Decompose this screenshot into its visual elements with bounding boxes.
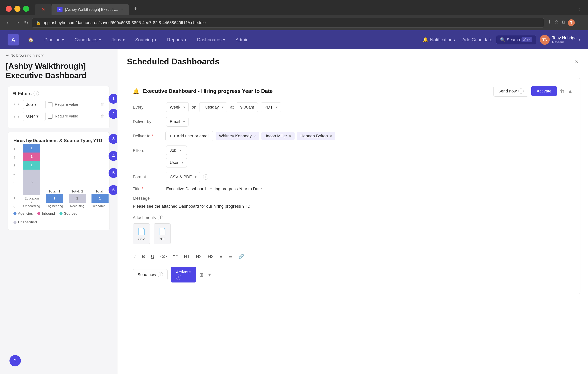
drag-handle-user[interactable]: ⋮⋮ bbox=[12, 114, 21, 119]
filters-info-icon[interactable]: i bbox=[33, 91, 39, 96]
legend-unspecified: Unspecified bbox=[13, 220, 37, 224]
add-candidate-btn[interactable]: + Add Candidate bbox=[459, 37, 492, 43]
delete-schedule-btn[interactable]: 🗑 bbox=[560, 88, 565, 94]
y-label-7: 7 bbox=[13, 148, 19, 152]
address-bar[interactable]: 🔒 app.ashbyhq.com/dashboards/saved/600c6… bbox=[32, 18, 544, 28]
schedule-filter-user[interactable]: User ▾ bbox=[166, 158, 187, 168]
tab-close-btn[interactable]: × bbox=[121, 7, 123, 12]
nav-candidates[interactable]: Candidates ▾ bbox=[69, 34, 106, 45]
attachments-info-icon[interactable]: i bbox=[158, 215, 163, 220]
forward-btn[interactable]: → bbox=[15, 20, 20, 26]
toolbar-underline[interactable]: U bbox=[149, 253, 156, 260]
filter-icon: ⊟ bbox=[12, 91, 16, 96]
bar-agencies-engineering: 1 bbox=[46, 194, 63, 203]
activate-label: Activate bbox=[537, 89, 551, 93]
bar-xlabel-recruiting: Recruiting bbox=[70, 204, 84, 208]
time-select[interactable]: 9:00am bbox=[237, 102, 258, 112]
format-row: Format CSV & PDF ▾ i bbox=[133, 172, 573, 182]
app-logo[interactable]: A bbox=[8, 34, 19, 45]
nav-pipeline[interactable]: Pipeline ▾ bbox=[39, 34, 69, 45]
chart-card-wrapper: Hires by Department & Source Type, YTD 7… bbox=[4, 132, 114, 230]
refresh-btn[interactable]: ↻ bbox=[24, 20, 28, 26]
nav-home[interactable]: 🏠 bbox=[23, 34, 39, 45]
user-menu[interactable]: TN Tony Nobriga Reteam ▾ bbox=[540, 35, 580, 45]
toolbar-bold[interactable]: B bbox=[140, 253, 147, 260]
nav-reports[interactable]: Reports ▾ bbox=[162, 34, 192, 45]
new-tab-btn[interactable]: + bbox=[131, 5, 140, 15]
bar-group-recruiting: Total: 1 1 Recruiting bbox=[69, 190, 86, 208]
add-user-btn[interactable]: + + Add user or email bbox=[165, 131, 213, 141]
minimize-window-btn[interactable] bbox=[14, 6, 21, 12]
browser-toolbar: ⬆ ☆ ⧉ T ⋮ bbox=[548, 19, 582, 26]
toolbar-italic[interactable]: I bbox=[133, 253, 137, 260]
user-filter-delete[interactable]: 🗑 bbox=[101, 114, 105, 119]
format-select[interactable]: CSV & PDF ▾ bbox=[166, 172, 200, 182]
timezone-select[interactable]: PDT ▾ bbox=[261, 102, 281, 112]
legend-unspecified-label: Unspecified bbox=[18, 220, 37, 224]
recipient-hannah-name: Hannah Bolton bbox=[300, 134, 328, 139]
profile-icon[interactable]: T bbox=[568, 19, 575, 26]
tab-ashby[interactable]: A [Ashby Walkthrough] Executiv... × bbox=[52, 4, 129, 15]
toolbar-unordered-list[interactable]: ☰ bbox=[227, 253, 234, 260]
step-badge-3: 3 bbox=[109, 134, 117, 144]
maximize-window-btn[interactable] bbox=[23, 6, 29, 12]
user-filter-select[interactable]: User ▾ bbox=[23, 112, 46, 121]
close-window-btn[interactable] bbox=[6, 6, 12, 12]
nav-admin[interactable]: Admin bbox=[230, 34, 254, 45]
recipient-jacob-close[interactable]: × bbox=[289, 134, 291, 138]
job-filter-select[interactable]: Job ▾ bbox=[23, 100, 46, 109]
bar-inbound-education: 1 bbox=[23, 152, 40, 161]
plus-icon: + bbox=[169, 134, 172, 139]
send-now-btn[interactable]: Send now i bbox=[494, 86, 528, 97]
filters-header: ⊟ Filters i bbox=[12, 91, 105, 96]
chrome-menu-icon[interactable]: ⋮ bbox=[578, 19, 582, 26]
bottom-activate-btn[interactable]: Activate i bbox=[171, 267, 196, 282]
toolbar-h1[interactable]: H1 bbox=[182, 253, 191, 260]
left-panel: ↩ No browsing history [Ashby Walkthrough… bbox=[0, 49, 117, 374]
deliver-by-select[interactable]: Email ▾ bbox=[166, 117, 189, 127]
nav-jobs[interactable]: Jobs ▾ bbox=[106, 34, 130, 45]
help-btn[interactable]: ? bbox=[10, 355, 21, 366]
back-btn[interactable]: ← bbox=[6, 20, 11, 26]
extensions-icon[interactable]: ⧉ bbox=[562, 19, 565, 26]
drag-handle-job[interactable]: ⋮⋮ bbox=[12, 102, 21, 107]
job-require-value-checkbox[interactable] bbox=[48, 102, 52, 107]
nav-dashboards[interactable]: Dashboards ▾ bbox=[192, 34, 230, 45]
toolbar-ordered-list[interactable]: ≡ bbox=[218, 253, 224, 260]
filter-row-user: ⋮⋮ User ▾ Require value 🗑 bbox=[12, 112, 105, 121]
toolbar-link[interactable]: 🔗 bbox=[237, 253, 246, 260]
toolbar-quote[interactable]: ❝❞ bbox=[171, 253, 179, 260]
notifications-btn[interactable]: 🔔 Notifications bbox=[423, 37, 455, 43]
tab-gmail[interactable]: M bbox=[35, 4, 52, 15]
collapse-schedule-btn[interactable]: ▲ bbox=[568, 88, 573, 94]
bottom-delete-btn[interactable]: 🗑 bbox=[199, 272, 204, 278]
bottom-actions: Send now i Activate i 🗑 ▼ bbox=[133, 263, 573, 286]
back-nav[interactable]: ↩ No browsing history bbox=[0, 49, 117, 61]
activate-btn[interactable]: Activate bbox=[531, 86, 557, 96]
share-icon[interactable]: ⬆ bbox=[548, 19, 551, 26]
bottom-send-now-info[interactable]: i bbox=[158, 272, 163, 277]
format-info-icon[interactable]: i bbox=[203, 174, 208, 180]
search-btn[interactable]: 🔍 Search ⌘+K bbox=[496, 35, 536, 44]
browser-menu-btn[interactable]: ⋮ bbox=[578, 7, 582, 13]
frequency-select[interactable]: Week ▾ bbox=[166, 102, 189, 112]
recipient-whitney-close[interactable]: × bbox=[253, 134, 256, 138]
day-select[interactable]: Tuesday ▾ bbox=[199, 102, 227, 112]
job-filter-delete[interactable]: 🗑 bbox=[101, 102, 105, 107]
bookmark-icon[interactable]: ☆ bbox=[555, 19, 559, 26]
bottom-send-now-btn[interactable]: Send now i bbox=[133, 269, 168, 280]
toolbar-h3[interactable]: H3 bbox=[206, 253, 215, 260]
bottom-collapse-btn[interactable]: ▼ bbox=[207, 272, 212, 278]
recipient-hannah-close[interactable]: × bbox=[330, 134, 332, 138]
send-now-info-icon[interactable]: i bbox=[518, 88, 524, 94]
toolbar-h2[interactable]: H2 bbox=[194, 253, 203, 260]
bottom-activate-label: Activate bbox=[176, 270, 191, 274]
schedule-filter-job[interactable]: Job ▾ bbox=[166, 146, 187, 155]
toolbar-code[interactable]: </> bbox=[159, 253, 168, 260]
nav-sourcing[interactable]: Sourcing ▾ bbox=[130, 34, 162, 45]
filters-title: Filters bbox=[18, 91, 32, 96]
bottom-activate-info[interactable]: i bbox=[176, 275, 181, 280]
bar-total-education: Total: 6 bbox=[26, 139, 38, 143]
close-panel-btn[interactable]: × bbox=[575, 58, 578, 65]
user-require-value-checkbox[interactable] bbox=[48, 114, 52, 119]
